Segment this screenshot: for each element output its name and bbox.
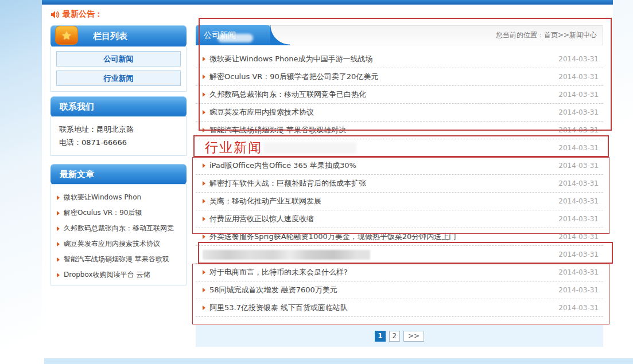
page-button-1[interactable]: 1 <box>375 331 386 342</box>
contact-header: 联系我们 <box>51 96 187 117</box>
news-title[interactable]: 58同城完成首次增发 融资7600万美元 <box>209 285 337 295</box>
table-row[interactable]: 阿里53.7亿投资银泰 线下百货或面临站队2014-03-31 <box>196 299 603 317</box>
star-badge-icon: ★ <box>55 26 78 45</box>
table-row[interactable]: 吴鹰：移动化推动产业互联网发展2014-03-31 <box>196 193 603 210</box>
footer-strip <box>44 358 633 364</box>
table-row-censored[interactable]: 2014-03-31 <box>196 139 603 157</box>
article-link[interactable]: Dropbox收购阅读平台 云储 <box>64 270 150 280</box>
bullet-arrow-icon <box>203 163 205 168</box>
bullet-arrow-icon <box>57 257 60 262</box>
news-date: 2014-03-31 <box>558 286 599 294</box>
table-row[interactable]: 解密Oculus VR：90后辍学者把公司卖了20亿美元2014-03-31 <box>196 68 603 86</box>
list-item[interactable]: 微软要让Windows Phon <box>57 190 181 205</box>
bullet-arrow-icon <box>203 270 205 275</box>
latest-articles-body: 微软要让Windows Phon 解密Oculus VR：90后辍 久邦数码总裁… <box>51 184 187 285</box>
news-title[interactable]: iPad版Office内售Office 365 苹果抽成30% <box>209 161 356 171</box>
news-title[interactable]: 解密打车软件大战：巨额补贴背后的低成本扩张 <box>209 178 366 189</box>
news-date: 2014-03-31 <box>558 91 599 99</box>
news-title[interactable]: 智能汽车战场硝烟弥漫 苹果谷歌双雄对决 <box>209 125 346 135</box>
article-link[interactable]: 久邦数码总裁张向东：移动互联网竞 <box>64 224 174 233</box>
table-row[interactable]: iPad版Office内售Office 365 苹果抽成30%2014-03-3… <box>196 157 603 175</box>
article-link[interactable]: 智能汽车战场硝烟弥漫 苹果谷歌双 <box>64 255 169 264</box>
news-date: 2014-03-31 <box>558 251 599 259</box>
blurred-title-patch <box>203 250 370 260</box>
star-icon: ★ <box>61 30 72 41</box>
table-row[interactable]: 解密打车软件大战：巨额补贴背后的低成本扩张2014-03-31 <box>196 175 603 193</box>
tab-flare-shape <box>270 25 290 45</box>
news-date: 2014-03-31 <box>558 268 599 276</box>
news-date: 2014-03-31 <box>558 215 599 223</box>
news-title[interactable]: 外卖送餐服务Sprig获A轮融资1000万美金，现做热乎饭菜20分钟内送上门 <box>209 232 456 242</box>
censor-blur-patch <box>218 34 253 42</box>
latest-articles-header: 最新文章 <box>51 164 187 185</box>
article-link[interactable]: 微软要让Windows Phon <box>64 193 141 202</box>
table-row[interactable]: 对于电商而言，比特币的未来会是什么样?2014-03-31 <box>196 264 603 281</box>
pagination: 1 2 >> <box>196 325 603 347</box>
table-row[interactable]: 58同城完成首次增发 融资7600万美元2014-03-31 <box>196 281 603 299</box>
sidebar-item-industry-news[interactable]: 行业新闻 <box>56 71 181 86</box>
bullet-arrow-icon <box>57 273 60 277</box>
news-date: 2014-03-31 <box>558 197 599 205</box>
bullet-arrow-icon <box>203 181 205 186</box>
news-title[interactable]: 豌豆荚发布应用内搜索技术协议 <box>209 107 314 118</box>
page-button-2[interactable]: 2 <box>389 331 400 342</box>
news-date: 2014-03-31 <box>558 108 599 116</box>
bullet-arrow-icon <box>57 195 60 200</box>
next-page-button[interactable]: >> <box>403 331 424 342</box>
table-row-blurred[interactable]: 2014-03-31 <box>196 246 603 264</box>
latest-articles-title: 最新文章 <box>60 169 94 179</box>
table-row[interactable]: 付费应用营收正以惊人速度收缩2014-03-31 <box>196 210 603 228</box>
news-title[interactable]: 对于电商而言，比特币的未来会是什么样? <box>209 267 348 277</box>
news-date: 2014-03-31 <box>558 304 599 312</box>
announcement-bar: 最新公告： <box>51 9 103 20</box>
sidebar-item-company-news[interactable]: 公司新闻 <box>56 51 181 66</box>
news-date: 2014-03-31 <box>558 73 599 81</box>
list-item[interactable]: Dropbox收购阅读平台 云储 <box>57 267 181 283</box>
table-row[interactable]: 豌豆荚发布应用内搜索技术协议2014-03-31 <box>196 104 603 122</box>
list-item[interactable]: 久邦数码总裁张向东：移动互联网竞 <box>57 221 181 236</box>
announcement-label: 最新公告： <box>63 9 103 19</box>
list-item[interactable]: 智能汽车战场硝烟弥漫 苹果谷歌双 <box>57 252 181 267</box>
news-title[interactable]: 阿里53.7亿投资银泰 线下百货或面临站队 <box>209 303 348 313</box>
bullet-arrow-icon <box>203 75 205 79</box>
bullet-arrow-icon <box>203 234 205 239</box>
article-link[interactable]: 豌豆荚发布应用内搜索技术协议 <box>64 239 160 249</box>
bullet-arrow-icon <box>203 57 205 61</box>
news-title[interactable]: 微软要让Windows Phone成为中国手游一线战场 <box>209 54 372 64</box>
bullet-arrow-icon <box>203 217 205 221</box>
news-title[interactable]: 久邦数码总裁张向东：移动互联网竞争已白热化 <box>209 89 366 100</box>
table-row[interactable]: 外卖送餐服务Sprig获A轮融资1000万美金，现做热乎饭菜20分钟内送上门20… <box>196 228 603 246</box>
bullet-arrow-icon <box>203 306 205 310</box>
list-item[interactable]: 解密Oculus VR：90后辍 <box>57 205 181 221</box>
news-date: 2014-03-31 <box>558 179 599 187</box>
table-row[interactable]: 智能汽车战场硝烟弥漫 苹果谷歌双雄对决2014-03-31 <box>196 122 603 139</box>
top-blue-bar <box>42 0 613 5</box>
news-title[interactable]: 解密Oculus VR：90后辍学者把公司卖了20亿美元 <box>209 72 378 82</box>
news-title[interactable]: 吴鹰：移动化推动产业互联网发展 <box>209 196 321 206</box>
bullet-arrow-icon <box>203 110 205 115</box>
contact-body: 联系地址：昆明北京路 电话：0871-66666 <box>51 116 187 156</box>
bullet-arrow-icon <box>57 226 60 231</box>
speaker-icon <box>51 10 60 19</box>
breadcrumb[interactable]: 您当前的位置：首页>>新闻中心 <box>496 26 597 45</box>
article-link[interactable]: 解密Oculus VR：90后辍 <box>64 208 142 218</box>
column-list-body: 公司新闻 行业新闻 <box>51 46 187 92</box>
news-list: 微软要让Windows Phone成为中国手游一线战场2014-03-31 解密… <box>196 50 603 317</box>
bullet-arrow-icon <box>203 128 205 132</box>
news-date: 2014-03-31 <box>558 55 599 63</box>
contact-phone: 电话：0871-66666 <box>59 136 186 149</box>
news-date: 2014-03-31 <box>558 233 599 241</box>
bullet-arrow-icon <box>203 199 205 203</box>
table-row[interactable]: 久邦数码总裁张向东：移动互联网竞争已白热化2014-03-31 <box>196 86 603 104</box>
column-list-title: 栏目列表 <box>93 31 127 41</box>
censor-blur-patch <box>263 142 356 154</box>
list-item[interactable]: 豌豆荚发布应用内搜索技术协议 <box>57 236 181 252</box>
news-date: 2014-03-31 <box>558 144 599 152</box>
news-date: 2014-03-31 <box>558 162 599 170</box>
bullet-arrow-icon <box>57 211 60 216</box>
news-title[interactable]: 付费应用营收正以惊人速度收缩 <box>209 214 314 224</box>
table-row[interactable]: 微软要让Windows Phone成为中国手游一线战场2014-03-31 <box>196 50 603 68</box>
page: 最新公告： ★ 栏目列表 公司新闻 行业新闻 联系我们 联系地址：昆明北京路 电… <box>0 0 633 364</box>
bullet-arrow-icon <box>203 288 205 292</box>
bullet-arrow-icon <box>57 242 60 246</box>
